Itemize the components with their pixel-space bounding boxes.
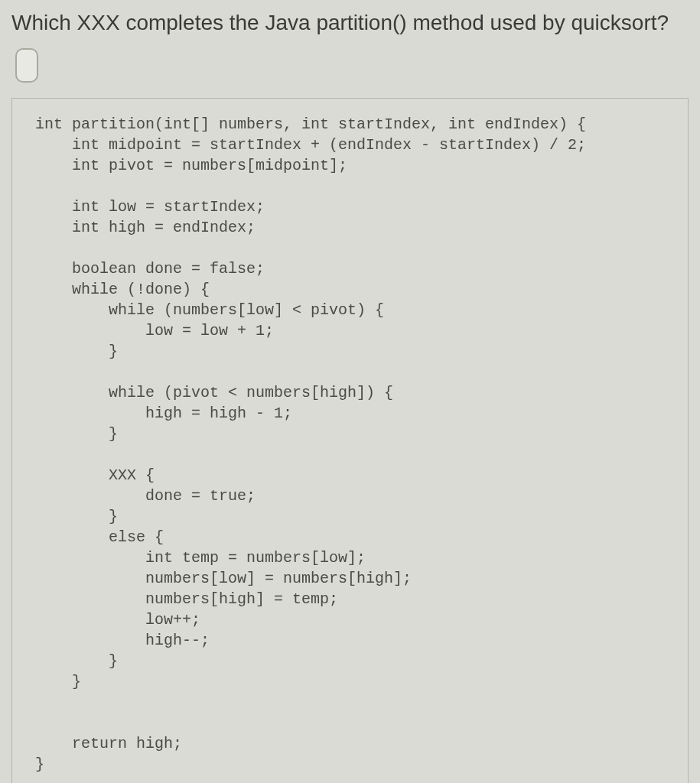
code-snippet: int partition(int[] numbers, int startIn… [11,98,689,783]
answer-input-placeholder[interactable] [15,48,38,83]
question-text: Which XXX completes the Java partition()… [11,9,689,37]
